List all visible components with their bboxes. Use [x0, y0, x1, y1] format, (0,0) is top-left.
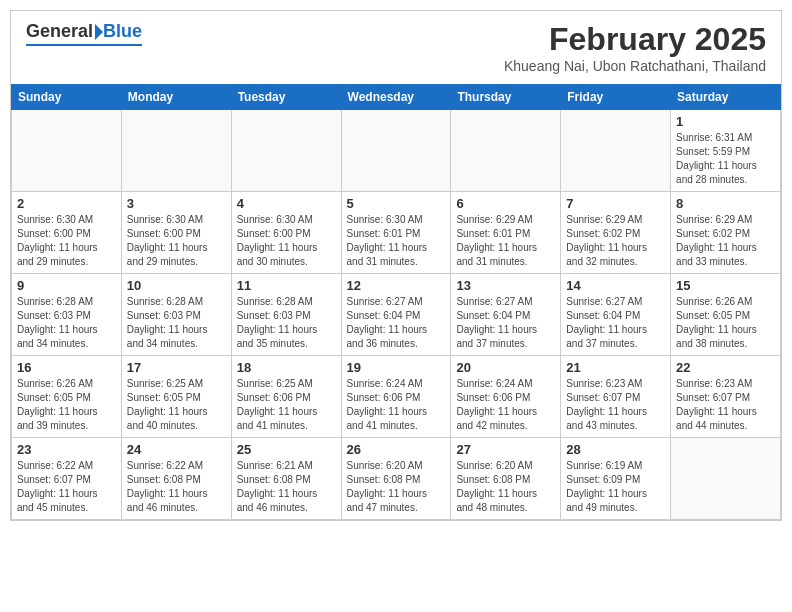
calendar-cell: 22Sunrise: 6:23 AM Sunset: 6:07 PM Dayli… — [671, 356, 781, 438]
calendar-week-row-5: 23Sunrise: 6:22 AM Sunset: 6:07 PM Dayli… — [12, 438, 781, 520]
day-info: Sunrise: 6:30 AM Sunset: 6:00 PM Dayligh… — [237, 213, 336, 269]
day-number: 26 — [347, 442, 446, 457]
calendar-cell: 1Sunrise: 6:31 AM Sunset: 5:59 PM Daylig… — [671, 110, 781, 192]
day-number: 17 — [127, 360, 226, 375]
day-info: Sunrise: 6:20 AM Sunset: 6:08 PM Dayligh… — [456, 459, 555, 515]
day-info: Sunrise: 6:27 AM Sunset: 6:04 PM Dayligh… — [347, 295, 446, 351]
page-header: General Blue February 2025 Khueang Nai, … — [11, 11, 781, 79]
calendar-cell: 9Sunrise: 6:28 AM Sunset: 6:03 PM Daylig… — [12, 274, 122, 356]
calendar-cell — [561, 110, 671, 192]
day-info: Sunrise: 6:23 AM Sunset: 6:07 PM Dayligh… — [566, 377, 665, 433]
day-number: 13 — [456, 278, 555, 293]
calendar-cell: 26Sunrise: 6:20 AM Sunset: 6:08 PM Dayli… — [341, 438, 451, 520]
day-info: Sunrise: 6:29 AM Sunset: 6:02 PM Dayligh… — [566, 213, 665, 269]
day-info: Sunrise: 6:20 AM Sunset: 6:08 PM Dayligh… — [347, 459, 446, 515]
calendar-cell — [121, 110, 231, 192]
day-info: Sunrise: 6:28 AM Sunset: 6:03 PM Dayligh… — [17, 295, 116, 351]
day-number: 21 — [566, 360, 665, 375]
day-info: Sunrise: 6:28 AM Sunset: 6:03 PM Dayligh… — [237, 295, 336, 351]
calendar-cell: 11Sunrise: 6:28 AM Sunset: 6:03 PM Dayli… — [231, 274, 341, 356]
day-info: Sunrise: 6:30 AM Sunset: 6:01 PM Dayligh… — [347, 213, 446, 269]
calendar-cell: 24Sunrise: 6:22 AM Sunset: 6:08 PM Dayli… — [121, 438, 231, 520]
calendar-table: SundayMondayTuesdayWednesdayThursdayFrid… — [11, 84, 781, 520]
header-right: February 2025 Khueang Nai, Ubon Ratchath… — [504, 21, 766, 74]
weekday-header-row: SundayMondayTuesdayWednesdayThursdayFrid… — [12, 85, 781, 110]
calendar-cell: 18Sunrise: 6:25 AM Sunset: 6:06 PM Dayli… — [231, 356, 341, 438]
day-info: Sunrise: 6:31 AM Sunset: 5:59 PM Dayligh… — [676, 131, 775, 187]
calendar-week-row-4: 16Sunrise: 6:26 AM Sunset: 6:05 PM Dayli… — [12, 356, 781, 438]
calendar-cell: 13Sunrise: 6:27 AM Sunset: 6:04 PM Dayli… — [451, 274, 561, 356]
day-number: 2 — [17, 196, 116, 211]
day-info: Sunrise: 6:19 AM Sunset: 6:09 PM Dayligh… — [566, 459, 665, 515]
day-info: Sunrise: 6:23 AM Sunset: 6:07 PM Dayligh… — [676, 377, 775, 433]
calendar-cell — [671, 438, 781, 520]
day-number: 1 — [676, 114, 775, 129]
logo-underline — [26, 44, 142, 46]
day-info: Sunrise: 6:29 AM Sunset: 6:01 PM Dayligh… — [456, 213, 555, 269]
calendar-cell: 25Sunrise: 6:21 AM Sunset: 6:08 PM Dayli… — [231, 438, 341, 520]
day-number: 19 — [347, 360, 446, 375]
day-number: 6 — [456, 196, 555, 211]
calendar-cell: 28Sunrise: 6:19 AM Sunset: 6:09 PM Dayli… — [561, 438, 671, 520]
calendar-cell: 8Sunrise: 6:29 AM Sunset: 6:02 PM Daylig… — [671, 192, 781, 274]
logo-triangle-icon — [95, 24, 103, 40]
day-number: 18 — [237, 360, 336, 375]
calendar-cell: 3Sunrise: 6:30 AM Sunset: 6:00 PM Daylig… — [121, 192, 231, 274]
day-info: Sunrise: 6:30 AM Sunset: 6:00 PM Dayligh… — [127, 213, 226, 269]
calendar-cell — [341, 110, 451, 192]
calendar-cell: 10Sunrise: 6:28 AM Sunset: 6:03 PM Dayli… — [121, 274, 231, 356]
day-number: 9 — [17, 278, 116, 293]
day-number: 20 — [456, 360, 555, 375]
day-number: 28 — [566, 442, 665, 457]
day-number: 8 — [676, 196, 775, 211]
day-info: Sunrise: 6:24 AM Sunset: 6:06 PM Dayligh… — [347, 377, 446, 433]
calendar-page: General Blue February 2025 Khueang Nai, … — [10, 10, 782, 521]
day-info: Sunrise: 6:25 AM Sunset: 6:05 PM Dayligh… — [127, 377, 226, 433]
calendar-cell — [231, 110, 341, 192]
calendar-cell: 12Sunrise: 6:27 AM Sunset: 6:04 PM Dayli… — [341, 274, 451, 356]
day-number: 25 — [237, 442, 336, 457]
day-info: Sunrise: 6:30 AM Sunset: 6:00 PM Dayligh… — [17, 213, 116, 269]
day-info: Sunrise: 6:22 AM Sunset: 6:07 PM Dayligh… — [17, 459, 116, 515]
weekday-header-monday: Monday — [121, 85, 231, 110]
weekday-header-tuesday: Tuesday — [231, 85, 341, 110]
day-number: 15 — [676, 278, 775, 293]
day-number: 4 — [237, 196, 336, 211]
day-info: Sunrise: 6:26 AM Sunset: 6:05 PM Dayligh… — [676, 295, 775, 351]
day-number: 23 — [17, 442, 116, 457]
weekday-header-sunday: Sunday — [12, 85, 122, 110]
calendar-cell: 17Sunrise: 6:25 AM Sunset: 6:05 PM Dayli… — [121, 356, 231, 438]
day-info: Sunrise: 6:28 AM Sunset: 6:03 PM Dayligh… — [127, 295, 226, 351]
calendar-cell: 27Sunrise: 6:20 AM Sunset: 6:08 PM Dayli… — [451, 438, 561, 520]
day-info: Sunrise: 6:21 AM Sunset: 6:08 PM Dayligh… — [237, 459, 336, 515]
logo: General Blue — [26, 21, 142, 46]
calendar-cell: 15Sunrise: 6:26 AM Sunset: 6:05 PM Dayli… — [671, 274, 781, 356]
calendar-cell: 16Sunrise: 6:26 AM Sunset: 6:05 PM Dayli… — [12, 356, 122, 438]
calendar-cell: 14Sunrise: 6:27 AM Sunset: 6:04 PM Dayli… — [561, 274, 671, 356]
month-year-title: February 2025 — [504, 21, 766, 58]
weekday-header-saturday: Saturday — [671, 85, 781, 110]
weekday-header-thursday: Thursday — [451, 85, 561, 110]
calendar-cell: 21Sunrise: 6:23 AM Sunset: 6:07 PM Dayli… — [561, 356, 671, 438]
calendar-cell: 5Sunrise: 6:30 AM Sunset: 6:01 PM Daylig… — [341, 192, 451, 274]
day-info: Sunrise: 6:27 AM Sunset: 6:04 PM Dayligh… — [566, 295, 665, 351]
calendar-week-row-1: 1Sunrise: 6:31 AM Sunset: 5:59 PM Daylig… — [12, 110, 781, 192]
day-info: Sunrise: 6:22 AM Sunset: 6:08 PM Dayligh… — [127, 459, 226, 515]
calendar-cell: 2Sunrise: 6:30 AM Sunset: 6:00 PM Daylig… — [12, 192, 122, 274]
day-number: 7 — [566, 196, 665, 211]
day-number: 10 — [127, 278, 226, 293]
day-info: Sunrise: 6:25 AM Sunset: 6:06 PM Dayligh… — [237, 377, 336, 433]
logo-blue-text: Blue — [103, 21, 142, 42]
weekday-header-wednesday: Wednesday — [341, 85, 451, 110]
day-number: 14 — [566, 278, 665, 293]
calendar-cell — [12, 110, 122, 192]
calendar-cell: 23Sunrise: 6:22 AM Sunset: 6:07 PM Dayli… — [12, 438, 122, 520]
calendar-cell — [451, 110, 561, 192]
calendar-cell: 19Sunrise: 6:24 AM Sunset: 6:06 PM Dayli… — [341, 356, 451, 438]
day-number: 11 — [237, 278, 336, 293]
day-number: 24 — [127, 442, 226, 457]
day-info: Sunrise: 6:29 AM Sunset: 6:02 PM Dayligh… — [676, 213, 775, 269]
calendar-week-row-2: 2Sunrise: 6:30 AM Sunset: 6:00 PM Daylig… — [12, 192, 781, 274]
day-number: 16 — [17, 360, 116, 375]
day-info: Sunrise: 6:27 AM Sunset: 6:04 PM Dayligh… — [456, 295, 555, 351]
